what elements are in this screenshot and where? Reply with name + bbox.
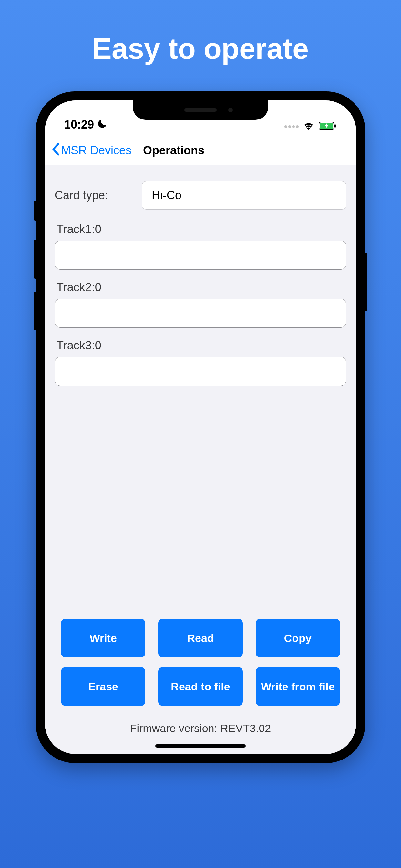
track2-label: Track2:0 — [57, 281, 346, 294]
read-button[interactable]: Read — [158, 619, 243, 657]
card-type-row: Card type: Hi-Co — [55, 181, 346, 210]
marketing-headline: Easy to operate — [92, 32, 309, 66]
page-title: Operations — [143, 144, 204, 157]
track1-input[interactable] — [55, 241, 346, 270]
do-not-disturb-icon — [97, 118, 107, 131]
firmware-version: Firmware version: REVT3.02 — [55, 722, 346, 735]
phone-notch — [133, 100, 268, 120]
write-from-file-button[interactable]: Write from file — [256, 667, 340, 706]
track3-input[interactable] — [55, 357, 346, 386]
back-button[interactable]: MSR Devices — [61, 144, 131, 157]
phone-screen: 10:29 MSR Devices — [45, 100, 356, 754]
status-left: 10:29 — [64, 118, 107, 131]
wifi-icon — [303, 122, 314, 131]
navigation-bar: MSR Devices Operations — [45, 136, 356, 165]
track2-input[interactable] — [55, 299, 346, 328]
card-type-label: Card type: — [55, 189, 142, 202]
notch-speaker — [184, 108, 217, 112]
card-type-select[interactable]: Hi-Co — [142, 181, 346, 210]
cellular-dots-icon — [284, 125, 299, 128]
home-indicator[interactable] — [155, 744, 246, 748]
content-area: Card type: Hi-Co Track1:0 Track2:0 Track… — [45, 165, 356, 754]
battery-charging-icon — [319, 122, 337, 131]
read-to-file-button[interactable]: Read to file — [158, 667, 243, 706]
erase-button[interactable]: Erase — [61, 667, 145, 706]
phone-volume-up — [34, 240, 37, 279]
action-button-grid: Write Read Copy Erase Read to file Write… — [55, 619, 346, 706]
notch-camera — [228, 108, 233, 113]
phone-frame: 10:29 MSR Devices — [36, 91, 365, 763]
back-chevron-icon[interactable] — [51, 142, 60, 159]
track1-label: Track1:0 — [57, 222, 346, 236]
status-time: 10:29 — [64, 118, 94, 131]
phone-power-button — [364, 253, 367, 311]
track3-label: Track3:0 — [57, 339, 346, 352]
copy-button[interactable]: Copy — [256, 619, 340, 657]
phone-volume-down — [34, 291, 37, 330]
svg-rect-2 — [335, 124, 336, 128]
status-right — [284, 122, 337, 131]
phone-mute-switch — [34, 201, 37, 221]
write-button[interactable]: Write — [61, 619, 145, 657]
